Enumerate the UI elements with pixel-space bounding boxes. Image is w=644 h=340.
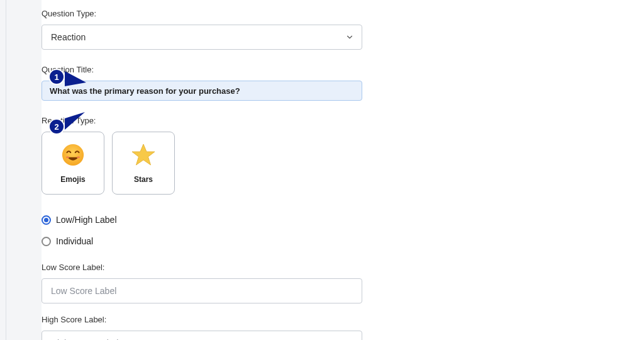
radio-label: Low/High Label [56,215,117,225]
reaction-option-stars[interactable]: Stars [112,132,175,195]
svg-marker-5 [65,112,85,130]
high-score-input[interactable] [42,331,362,340]
high-score-label: High Score Label: [42,315,362,324]
annotation-arrow-1 [65,71,86,90]
question-type-select[interactable]: Reaction [42,25,362,50]
reaction-option-emojis[interactable]: Emojis [42,132,104,195]
annotation-arrow-2 [65,112,85,130]
svg-point-0 [62,144,84,166]
svg-marker-3 [132,144,155,165]
radio-individual[interactable]: Individual [42,236,362,246]
low-score-label: Low Score Label: [42,263,362,272]
low-score-input[interactable] [42,278,362,303]
svg-point-1 [66,156,69,158]
annotation-badge-1: 1 [48,69,65,85]
annotation-badge-2: 2 [48,118,65,135]
question-type-selected: Reaction [51,32,86,42]
vertical-rule-outer [6,0,6,340]
question-type-label: Question Type: [42,9,362,18]
star-icon [131,142,156,167]
emoji-icon [60,142,86,167]
radio-icon-unchecked [42,237,51,246]
svg-marker-4 [65,71,86,86]
reaction-type-label: Reaction Type: [42,116,362,125]
radio-label: Individual [56,236,93,246]
question-title-input[interactable] [42,81,362,101]
reaction-option-label: Stars [134,175,153,184]
question-title-label: Question Title: [42,65,362,74]
svg-point-2 [77,156,80,158]
radio-low-high-label[interactable]: Low/High Label [42,215,362,225]
chevron-down-icon [345,33,354,42]
reaction-option-label: Emojis [60,175,85,184]
radio-icon-checked [42,215,51,225]
